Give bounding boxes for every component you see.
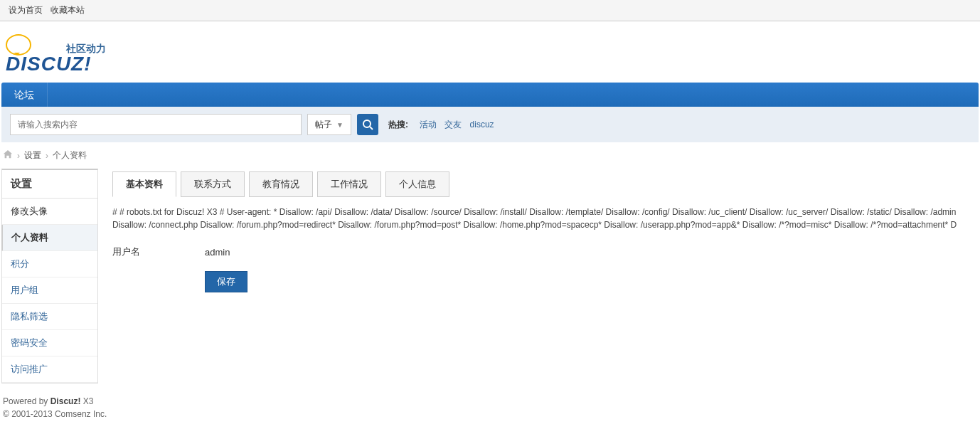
hot-link-2[interactable]: discuz xyxy=(470,120,494,129)
sidebar-item-2[interactable]: 积分 xyxy=(2,251,97,277)
tab-3[interactable]: 工作情况 xyxy=(317,171,381,197)
svg-line-1 xyxy=(370,127,373,129)
topbar: 设为首页 收藏本站 xyxy=(0,0,980,21)
robots-text: # # robots.txt for Discuz! X3 # User-age… xyxy=(112,200,979,237)
set-home-link[interactable]: 设为首页 xyxy=(9,5,43,15)
navbar: 论坛 xyxy=(1,83,979,107)
breadcrumb: › 设置 › 个人资料 xyxy=(0,142,980,169)
logo-main-text: DISCUZ! xyxy=(6,53,106,75)
tab-1[interactable]: 联系方式 xyxy=(181,171,245,197)
hot-links: 活动 交友 discuz xyxy=(414,119,494,131)
username-value: admin xyxy=(205,247,230,258)
search-type-label: 帖子 xyxy=(315,119,332,131)
footer-version: X3 xyxy=(80,396,93,406)
sidebar: 设置 修改头像个人资料积分用户组隐私筛选密码安全访问推广 xyxy=(1,169,98,384)
breadcrumb-sep: › xyxy=(17,151,20,161)
svg-point-0 xyxy=(363,120,371,127)
hot-link-0[interactable]: 活动 xyxy=(420,120,437,129)
search-button[interactable] xyxy=(357,114,378,135)
sidebar-item-1[interactable]: 个人资料 xyxy=(1,225,97,251)
sidebar-item-4[interactable]: 隐私筛选 xyxy=(2,304,97,330)
tab-4[interactable]: 个人信息 xyxy=(385,171,449,197)
sidebar-title: 设置 xyxy=(2,170,97,199)
sidebar-item-0[interactable]: 修改头像 xyxy=(2,199,97,225)
tabs: 基本资料联系方式教育情况工作情况个人信息 xyxy=(112,171,979,197)
favorite-link[interactable]: 收藏本站 xyxy=(50,5,85,15)
logo[interactable]: 社区动力 DISCUZ! xyxy=(3,34,106,75)
hot-link-1[interactable]: 交友 xyxy=(444,120,462,129)
sidebar-item-6[interactable]: 访问推广 xyxy=(2,356,97,383)
sidebar-item-3[interactable]: 用户组 xyxy=(2,277,97,304)
breadcrumb-settings[interactable]: 设置 xyxy=(24,149,41,162)
chevron-down-icon: ▼ xyxy=(336,121,343,129)
username-row: 用户名 admin xyxy=(112,237,979,267)
footer-brand[interactable]: Discuz! xyxy=(50,396,81,406)
search-input[interactable] xyxy=(10,114,302,135)
breadcrumb-sep: › xyxy=(46,151,48,161)
nav-forum[interactable]: 论坛 xyxy=(1,83,48,107)
sidebar-item-5[interactable]: 密码安全 xyxy=(2,330,97,356)
search-icon xyxy=(362,119,373,130)
breadcrumb-profile: 个人资料 xyxy=(53,149,87,162)
search-type-dropdown[interactable]: 帖子 ▼ xyxy=(307,114,351,135)
hot-search-label: 热搜: xyxy=(388,119,408,131)
tab-2[interactable]: 教育情况 xyxy=(249,171,313,197)
save-button[interactable]: 保存 xyxy=(205,271,247,292)
tab-0[interactable]: 基本资料 xyxy=(112,171,176,197)
searchbar: 帖子 ▼ 热搜: 活动 交友 discuz xyxy=(1,107,979,142)
footer-powered: Powered by xyxy=(3,396,50,406)
header: 社区动力 DISCUZ! xyxy=(0,21,980,83)
footer: Powered by Discuz! X3 © 2001-2013 Comsen… xyxy=(0,384,980,432)
username-label: 用户名 xyxy=(112,245,205,258)
footer-copyright: © 2001-2013 Comsenz Inc. xyxy=(3,409,977,419)
home-icon[interactable] xyxy=(3,149,13,162)
logo-bubble-icon xyxy=(6,34,31,55)
main: 基本资料联系方式教育情况工作情况个人信息 # # robots.txt for … xyxy=(112,169,979,384)
content: 设置 修改头像个人资料积分用户组隐私筛选密码安全访问推广 基本资料联系方式教育情… xyxy=(0,169,980,384)
